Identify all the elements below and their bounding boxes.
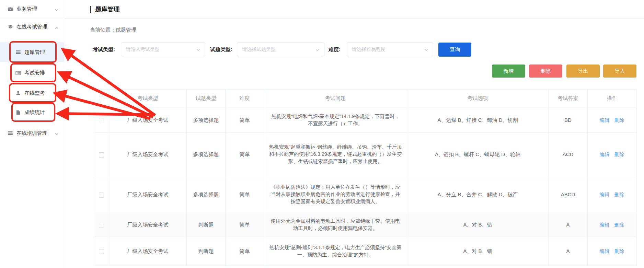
exam-type-placeholder: 请输入考试类型: [126, 46, 196, 53]
edit-link[interactable]: 编辑: [600, 117, 610, 123]
list-icon: [15, 49, 21, 55]
question-table: 考试类型 试题类型 难度 考试问题 考试选项 考试答案 操作 厂级入场安全考试 …: [94, 89, 636, 266]
page-title-block: 题库管理: [90, 5, 120, 13]
briefcase-icon: [8, 6, 13, 12]
exam-type-select[interactable]: 请输入考试类型: [121, 43, 205, 56]
sidebar-item-label: 题库管理: [24, 49, 45, 56]
sidebar-item-business-mgmt[interactable]: 业务管理: [0, 0, 64, 18]
sidebar-item-label: 在线监考: [24, 90, 45, 96]
row-checkbox[interactable]: [99, 152, 104, 158]
table-row: 厂级入场安全考试 多项选择题 简单 热机安规“起重和搬运-钢丝绳、纤维绳、吊钩、…: [94, 133, 636, 176]
import-button[interactable]: 导入: [603, 65, 636, 78]
chevron-up-icon: [55, 24, 58, 30]
sidebar-item-label: 业务管理: [16, 6, 37, 12]
add-button[interactable]: 新增: [492, 65, 525, 78]
col-difficulty: 难度: [226, 90, 264, 107]
sidebar-item-label: 考试安排: [24, 70, 45, 76]
chevron-down-icon: [424, 46, 428, 53]
table-row: 厂级入场安全考试 判断题 简单 使用外壳为金属材料的电动工具时，应戴绝缘手套。使…: [94, 213, 636, 236]
row-checkbox[interactable]: [99, 249, 104, 254]
question-type-label: 试题类型:: [210, 43, 232, 56]
col-question-type: 试题类型: [187, 90, 226, 107]
col-exam-type: 考试类型: [109, 90, 187, 107]
sidebar-item-online-exam-mgmt[interactable]: 在线考试管理: [0, 18, 64, 35]
edit-link[interactable]: 编辑: [600, 248, 610, 254]
difficulty-label: 难度:: [329, 43, 341, 56]
edit-link[interactable]: 编辑: [600, 152, 610, 157]
sidebar-item-label: 在线培训管理: [16, 130, 47, 137]
chevron-down-icon: [55, 6, 58, 12]
question-type-placeholder: 请选择试题类型: [242, 46, 315, 53]
col-answer: 考试答案: [549, 90, 588, 107]
sidebar-item-online-proctoring[interactable]: 在线监考: [0, 84, 64, 102]
delete-link[interactable]: 删除: [614, 248, 624, 254]
sidebar-item-label: 在线考试管理: [16, 24, 47, 30]
header-divider: [65, 18, 644, 19]
col-question: 考试问题: [264, 90, 407, 107]
col-options: 考试选项: [407, 90, 549, 107]
exam-type-label: 考试类型:: [93, 43, 115, 56]
delete-link[interactable]: 删除: [614, 152, 624, 157]
sidebar-item-score-statistics[interactable]: 成绩统计: [0, 104, 64, 121]
menu-icon: [8, 130, 13, 136]
search-button[interactable]: 查询: [438, 43, 471, 57]
sidebar: 业务管理 在线考试管理 题库管理 考试安排 在线监考: [0, 0, 64, 268]
chevron-down-icon: [55, 130, 58, 136]
export-button[interactable]: 导出: [566, 65, 600, 78]
chevron-down-icon: [315, 46, 319, 53]
sidebar-item-online-training-mgmt[interactable]: 在线培训管理: [0, 125, 64, 142]
user-icon: [15, 90, 21, 96]
delete-link[interactable]: 删除: [614, 117, 624, 123]
graduation-cap-icon: [8, 24, 13, 30]
sidebar-item-question-bank[interactable]: 题库管理: [0, 42, 64, 62]
select-all-checkbox[interactable]: [99, 96, 104, 101]
page-title: 题库管理: [95, 5, 120, 13]
table-row: 厂级入场安全考试 判断题 简单 热机安规“总则-通则”3.1.1条规定，电力生产…: [94, 236, 636, 266]
row-checkbox[interactable]: [99, 223, 104, 228]
col-actions: 操作: [588, 90, 636, 107]
edit-link[interactable]: 编辑: [600, 192, 610, 197]
sidebar-item-exam-schedule[interactable]: 考试安排: [0, 64, 64, 82]
delete-link[interactable]: 删除: [614, 192, 624, 197]
edit-link[interactable]: 编辑: [600, 222, 610, 228]
breadcrumb: 当前位置：试题管理: [90, 27, 136, 33]
difficulty-select[interactable]: 请选择难易程度: [347, 43, 433, 56]
delete-link[interactable]: 删除: [614, 222, 624, 228]
difficulty-placeholder: 请选择难易程度: [352, 46, 424, 53]
delete-button[interactable]: 删除: [529, 65, 562, 78]
question-type-select[interactable]: 请选择试题类型: [237, 43, 324, 56]
sidebar-item-label: 成绩统计: [24, 109, 45, 116]
chevron-down-icon: [196, 46, 200, 53]
table-header-row: 考试类型 试题类型 难度 考试问题 考试选项 考试答案 操作: [94, 90, 636, 107]
table-row: 厂级入场安全考试 多项选择题 简单 《职业病防治法》规定：用人单位在发生（）等情…: [94, 176, 636, 213]
row-checkbox[interactable]: [99, 118, 104, 123]
header-checkbox-cell: [94, 90, 109, 107]
title-accent-bar: [90, 6, 91, 13]
row-checkbox[interactable]: [99, 193, 104, 198]
file-icon: [15, 110, 21, 115]
id-card-icon: [15, 70, 21, 76]
table-row: 厂级入场安全考试 多项选择题 简单 热机安规“电焊和气焊-基本规定”14.1.9…: [94, 107, 636, 133]
